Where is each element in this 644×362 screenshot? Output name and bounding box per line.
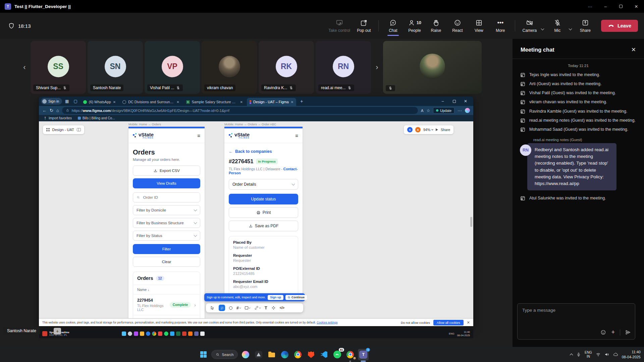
- tab-close-icon[interactable]: ✕: [291, 100, 293, 104]
- participant-tile[interactable]: RN read.ai mee...: [316, 41, 371, 94]
- deny-cookies-button[interactable]: Do not allow cookies: [401, 321, 430, 324]
- hamburger-menu-icon[interactable]: ≡: [197, 133, 200, 138]
- participant-tile[interactable]: VP Vishal Patil ...: [145, 41, 200, 94]
- browser-more-icon[interactable]: ···: [458, 108, 462, 113]
- taskbar-search[interactable]: Search: [211, 350, 238, 359]
- component-tool-icon[interactable]: [271, 306, 276, 310]
- figma-canvas[interactable]: Mobile: Home → Orders Mobile: Home → Ord…: [39, 121, 473, 326]
- strip-scroll-right-button[interactable]: ›: [373, 57, 381, 77]
- refresh-icon[interactable]: ↻: [50, 108, 53, 113]
- chat-button[interactable]: Chat: [383, 15, 404, 37]
- emoji-icon[interactable]: [600, 329, 606, 335]
- volume-icon[interactable]: [604, 352, 609, 357]
- tab-close-icon[interactable]: ✕: [240, 100, 243, 104]
- wifi-icon[interactable]: [596, 352, 601, 357]
- copilot-icon[interactable]: [465, 108, 470, 113]
- cookie-close-icon[interactable]: ✕: [467, 320, 470, 325]
- clear-button[interactable]: Clear: [133, 257, 200, 267]
- view-drafts-button[interactable]: View Drafts: [133, 178, 200, 188]
- tray-expand-icon[interactable]: [570, 354, 573, 357]
- order-id-input[interactable]: [143, 195, 197, 200]
- browser-minimize-button[interactable]: –: [437, 97, 448, 106]
- frame-label[interactable]: Mobile: Home → Orders → Order ABC: [224, 123, 276, 126]
- pop-out-button[interactable]: Pop out: [354, 15, 374, 37]
- vscode-icon[interactable]: [319, 349, 329, 360]
- tab-close-icon[interactable]: ✕: [176, 100, 179, 104]
- window-menu-icon[interactable]: ···: [582, 0, 598, 13]
- active-tool-icon[interactable]: [219, 305, 225, 311]
- teams-taskbar-icon[interactable]: T 1: [358, 349, 369, 360]
- tab-actions-icon[interactable]: ▢: [72, 99, 79, 104]
- favorites-folder-item[interactable]: Bills | Billing and Co...: [78, 116, 115, 120]
- tray-mic-icon[interactable]: [576, 352, 581, 357]
- leave-button[interactable]: Leave: [601, 20, 638, 32]
- hamburger-menu-icon[interactable]: ≡: [295, 133, 298, 138]
- mini-teams-icon[interactable]: [194, 331, 199, 336]
- filter-domicile-select[interactable]: Filter by Domicile: [133, 205, 200, 215]
- frame-label[interactable]: Mobile: Home → Orders: [128, 123, 161, 126]
- strip-scroll-left-button[interactable]: ‹: [20, 57, 29, 77]
- onedrive-cloud-icon[interactable]: [613, 352, 618, 357]
- sign-up-button[interactable]: Sign up: [268, 295, 283, 300]
- order-row[interactable]: 2279454TL Flex Holdings LLC Complete ›: [133, 295, 200, 315]
- language-indicator[interactable]: ENGIN: [585, 351, 592, 359]
- browser-close-button[interactable]: ✕: [460, 97, 471, 106]
- mic-button[interactable]: Mic: [547, 15, 568, 37]
- order-row[interactable]: 2279451TL Flex Holdings LLC Complete ›: [133, 315, 200, 318]
- mini-brave-icon[interactable]: [158, 331, 162, 336]
- chrome-profile-icon[interactable]: [345, 349, 356, 360]
- import-favorites-item[interactable]: ⭱Import favorites: [44, 116, 72, 120]
- move-tool-icon[interactable]: [210, 306, 215, 310]
- mini-app-icon[interactable]: [200, 331, 205, 336]
- browser-tab-active[interactable]: Design - UAT – Figma✕: [247, 98, 296, 106]
- participant-tile[interactable]: vikram chavan: [202, 41, 257, 94]
- order-id-search-field[interactable]: [133, 192, 200, 202]
- share-button[interactable]: Share: [575, 15, 596, 37]
- participant-tile[interactable]: SN Santosh Narate: [88, 41, 143, 94]
- code-tool-icon[interactable]: </>: [280, 306, 284, 310]
- text-tool-icon[interactable]: T: [265, 305, 267, 310]
- cookie-settings-link[interactable]: Cookies settings: [317, 321, 337, 324]
- people-button[interactable]: 10 People: [404, 15, 425, 37]
- clock[interactable]: 11:4008-04-2025: [622, 350, 641, 360]
- camera-button[interactable]: Camera: [519, 15, 540, 37]
- browser-tab[interactable]: X Sample Salary Structure with calc✕: [183, 98, 246, 106]
- close-button[interactable]: ✕: [629, 0, 644, 13]
- figma-frame-orders[interactable]: vStateFILINGS ≡ Orders Manage all your o…: [128, 127, 205, 318]
- share-zoom-plus-button[interactable]: +: [54, 328, 61, 335]
- camera-options-chevron[interactable]: [539, 24, 546, 33]
- print-button[interactable]: Print: [229, 207, 298, 218]
- mini-start-icon[interactable]: [122, 331, 126, 336]
- mini-whatsapp-icon[interactable]: [164, 331, 168, 336]
- mini-vscode-icon[interactable]: [170, 331, 174, 336]
- dark-app-icon[interactable]: [253, 349, 264, 360]
- browser-signin-button[interactable]: Sign in: [41, 98, 62, 105]
- view-button[interactable]: View: [469, 15, 489, 37]
- mini-app-icon[interactable]: [188, 331, 193, 336]
- connector-tool-icon[interactable]: [254, 306, 261, 310]
- home-icon[interactable]: ⌂: [56, 108, 59, 113]
- whatsapp-icon[interactable]: 81: [332, 349, 342, 360]
- favorites-star-icon[interactable]: ☆: [426, 108, 430, 113]
- rectangle-tool-icon[interactable]: [245, 306, 250, 309]
- participant-tile[interactable]: RK Ravindra K...: [259, 41, 314, 94]
- browser-maximize-button[interactable]: [448, 97, 460, 106]
- read-aloud-icon[interactable]: A: [421, 109, 423, 113]
- participant-tile[interactable]: SS Shivani Sup...: [31, 41, 86, 94]
- browser-update-button[interactable]: Update: [433, 107, 454, 114]
- canvas-scrollbar[interactable]: [470, 217, 472, 227]
- participant-tile-large[interactable]: [383, 41, 482, 94]
- present-icon[interactable]: [436, 128, 438, 131]
- minimize-button[interactable]: –: [598, 0, 613, 13]
- mini-edge-icon[interactable]: [146, 331, 150, 336]
- shape-tool-icon[interactable]: [229, 306, 232, 310]
- figma-doc-chip[interactable]: Design - UAT: [43, 125, 84, 134]
- layout-panels-icon[interactable]: [77, 128, 81, 131]
- workspaces-icon[interactable]: ▦: [63, 99, 70, 104]
- react-button[interactable]: React: [447, 15, 468, 37]
- mini-app-icon[interactable]: [134, 331, 138, 336]
- send-icon[interactable]: [625, 329, 631, 335]
- save-as-pdf-button[interactable]: Save as PDF: [229, 221, 298, 231]
- figma-share-button[interactable]: Share: [441, 128, 450, 132]
- browser-tab[interactable]: DC Divisions and Surroundings✕: [120, 98, 182, 106]
